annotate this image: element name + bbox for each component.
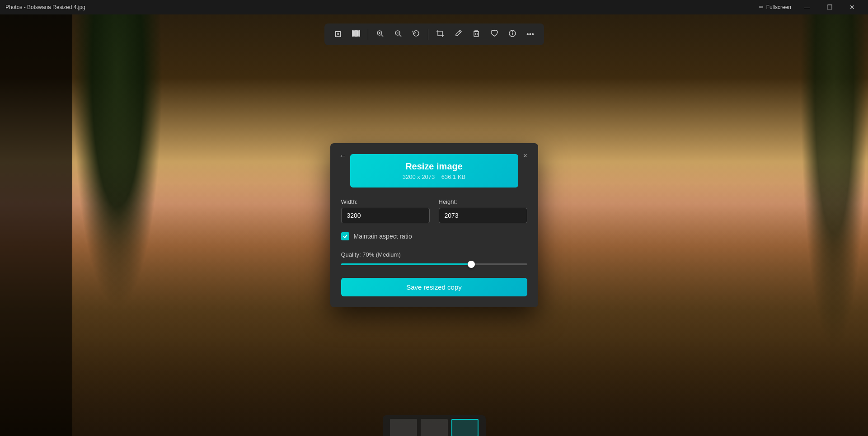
aspect-ratio-row[interactable]: Maintain aspect ratio [341,232,527,240]
title-bar: Photos - Botswana Resized 4.jpg ✏ Fullsc… [0,0,868,14]
close-button[interactable]: ✕ [842,0,863,14]
height-group: Height: [439,198,527,223]
title-bar-controls: ✏ Fullscreen — ❐ ✕ [755,0,863,14]
aspect-ratio-checkbox[interactable] [341,232,349,240]
width-input[interactable] [341,208,430,223]
main-content: 🖼 [0,14,868,436]
height-input[interactable] [439,208,527,223]
maximize-button[interactable]: ❐ [819,0,840,14]
dimensions-row: Width: Height: [341,198,527,223]
quality-slider-container [341,263,527,265]
close-icon: ✕ [849,4,855,11]
dialog-back-button[interactable]: ← [336,149,350,163]
width-label: Width: [341,198,430,205]
aspect-ratio-label: Maintain aspect ratio [354,233,412,240]
fullscreen-label: Fullscreen [766,4,791,10]
maximize-icon: ❐ [827,4,833,11]
dialog-close-button[interactable]: × [518,149,533,163]
height-label: Height: [439,198,527,205]
window-title: Photos - Botswana Resized 4.jpg [5,4,85,10]
resize-title: Resize image [359,161,509,172]
resize-dialog: ← × Resize image 3200 x 2073 636.1 KB Wi… [330,143,538,307]
resize-info: 3200 x 2073 636.1 KB [359,173,509,180]
fullscreen-button[interactable]: ✏ Fullscreen [755,2,795,12]
minimize-button[interactable]: — [797,0,817,14]
quality-label: Quality: 70% (Medium) [341,251,527,258]
resize-filesize: 636.1 KB [441,173,466,180]
modal-overlay: ← × Resize image 3200 x 2073 636.1 KB Wi… [0,14,868,436]
save-resized-copy-button[interactable]: Save resized copy [341,278,527,296]
minimize-icon: — [804,4,810,11]
width-group: Width: [341,198,430,223]
title-bar-left: Photos - Botswana Resized 4.jpg [5,4,85,10]
pencil-icon: ✏ [759,4,764,10]
back-icon: ← [339,151,347,161]
resize-dimensions: 3200 x 2073 [403,173,435,180]
close-dialog-icon: × [523,152,527,160]
resize-header: Resize image 3200 x 2073 636.1 KB [350,154,518,188]
